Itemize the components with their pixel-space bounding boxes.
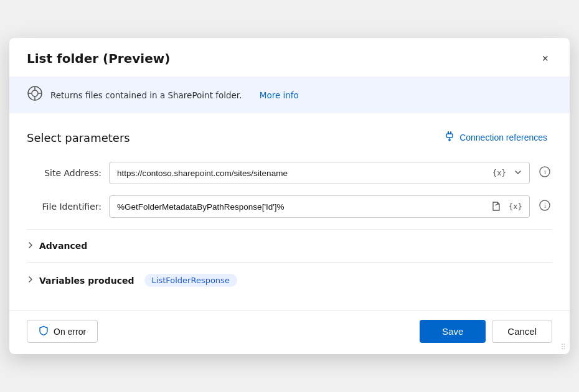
dialog-footer: On error Save Cancel xyxy=(9,310,570,354)
dialog-body: Select parameters Connection references xyxy=(9,113,570,306)
dialog-title: List folder (Preview) xyxy=(27,51,170,66)
save-button[interactable]: Save xyxy=(420,320,486,343)
variables-produced-label: Variables produced xyxy=(39,276,134,286)
site-address-input[interactable] xyxy=(115,164,491,183)
site-address-input-wrap: {x} xyxy=(109,162,530,184)
select-parameters-title: Select parameters xyxy=(27,131,130,144)
connection-references-button[interactable]: Connection references xyxy=(438,128,552,147)
file-identifier-info-button[interactable]: i xyxy=(537,198,552,215)
svg-text:i: i xyxy=(544,168,546,175)
on-error-label: On error xyxy=(54,327,86,337)
divider-1 xyxy=(27,229,552,230)
file-identifier-input[interactable] xyxy=(115,197,489,217)
svg-text:{x}: {x} xyxy=(492,169,506,177)
footer-right-buttons: Save Cancel xyxy=(420,320,552,343)
close-button[interactable]: × xyxy=(538,50,552,67)
file-identifier-label: File Identifier: xyxy=(27,202,101,212)
svg-text:{x}: {x} xyxy=(509,202,522,211)
sharepoint-icon xyxy=(27,85,43,105)
divider-2 xyxy=(27,262,552,263)
file-identifier-input-wrap: {x} xyxy=(109,195,530,218)
svg-text:i: i xyxy=(544,202,546,209)
variable-badge: ListFolderResponse xyxy=(144,274,237,287)
more-info-link[interactable]: More info xyxy=(260,90,299,100)
connection-references-label: Connection references xyxy=(459,133,547,142)
shield-icon xyxy=(39,325,49,337)
on-error-button[interactable]: On error xyxy=(27,320,98,343)
svg-line-14 xyxy=(495,204,497,205)
site-address-row: Site Address: {x} xyxy=(27,162,552,184)
variables-chevron-icon xyxy=(27,276,34,285)
dialog-header: List folder (Preview) × xyxy=(9,38,570,77)
file-icon-button[interactable] xyxy=(489,200,503,214)
chevron-down-button-site[interactable] xyxy=(512,167,524,180)
advanced-chevron-icon xyxy=(27,241,34,251)
curly-brace-button-site[interactable]: {x} xyxy=(491,166,508,180)
svg-rect-8 xyxy=(446,134,453,138)
file-identifier-row: File Identifier: { xyxy=(27,195,552,218)
site-address-icons: {x} xyxy=(491,166,524,180)
advanced-row[interactable]: Advanced xyxy=(27,235,552,257)
site-address-info-button[interactable]: i xyxy=(537,165,552,181)
info-banner: Returns files contained in a SharePoint … xyxy=(9,77,570,113)
banner-text: Returns files contained in a SharePoint … xyxy=(50,90,242,100)
svg-point-1 xyxy=(32,90,38,96)
cancel-button[interactable]: Cancel xyxy=(492,320,552,343)
curly-brace-button-file[interactable]: {x} xyxy=(507,200,524,214)
site-address-label: Site Address: xyxy=(27,168,101,178)
file-identifier-icons: {x} xyxy=(489,200,524,214)
variables-produced-row[interactable]: Variables produced ListFolderResponse xyxy=(27,268,552,293)
plug-icon xyxy=(443,131,454,144)
section-header: Select parameters Connection references xyxy=(27,128,552,147)
advanced-label: Advanced xyxy=(39,241,87,251)
